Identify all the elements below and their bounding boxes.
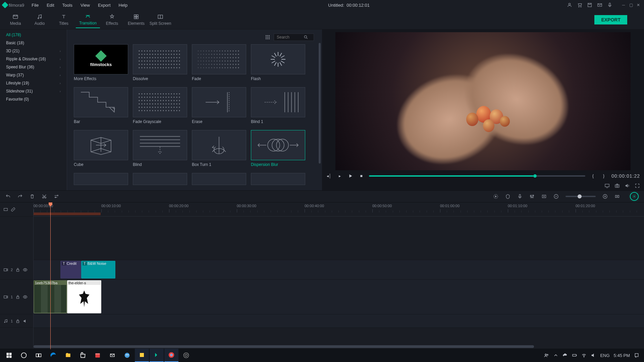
- zoom-in-icon[interactable]: [602, 194, 608, 199]
- transition-cell[interactable]: Fade: [192, 44, 246, 81]
- sidebar-item-all[interactable]: All (178): [0, 31, 67, 39]
- menu-export[interactable]: Export: [95, 1, 114, 9]
- task-view-icon[interactable]: [32, 349, 46, 362]
- delete-icon[interactable]: [30, 194, 35, 199]
- mark-in-button[interactable]: {: [590, 173, 596, 179]
- transition-cell[interactable]: Bar: [74, 87, 128, 124]
- transition-thumbnail[interactable]: [192, 87, 246, 117]
- transition-thumbnail[interactable]: [133, 87, 187, 117]
- menu-help[interactable]: Help: [115, 1, 131, 9]
- onedrive-icon[interactable]: [562, 353, 568, 358]
- people-icon[interactable]: [544, 353, 549, 358]
- play-button[interactable]: [347, 173, 354, 179]
- account-icon[interactable]: [567, 2, 572, 8]
- transition-cell[interactable]: Fade Grayscale: [133, 87, 187, 124]
- transition-thumbnail[interactable]: [251, 130, 305, 160]
- battery-icon[interactable]: [572, 353, 577, 358]
- transition-cell[interactable]: [133, 173, 187, 185]
- chrome-icon[interactable]: [164, 349, 178, 362]
- marker-icon[interactable]: [505, 194, 511, 199]
- start-button[interactable]: [2, 349, 16, 362]
- track-body[interactable]: 00:00:00:0000:00:10:0000:00:20:0000:00:3…: [34, 202, 644, 349]
- timeline-h-scrollbar[interactable]: [34, 345, 534, 348]
- tab-titles[interactable]: Titles: [52, 12, 76, 28]
- sidebar-item-lifestyle[interactable]: Lifestyle (19)›: [0, 79, 67, 87]
- sidebar-item-ripple[interactable]: Ripple & Dissolve (16)›: [0, 55, 67, 63]
- sidebar-item-3d[interactable]: 3D (21)›: [0, 47, 67, 55]
- maximize-button[interactable]: ▢: [628, 2, 634, 8]
- render-icon[interactable]: [493, 194, 498, 199]
- progress-knob[interactable]: [533, 174, 537, 178]
- clock[interactable]: 5:45 PM: [614, 353, 630, 358]
- tab-effects[interactable]: Effects: [100, 12, 124, 28]
- notifications-icon[interactable]: [634, 353, 639, 358]
- lock-icon[interactable]: [15, 267, 20, 272]
- mail-app-icon[interactable]: [105, 349, 119, 362]
- sidebar-item-warp[interactable]: Warp (37)›: [0, 71, 67, 79]
- fullscreen-icon[interactable]: [635, 183, 640, 188]
- search-icon[interactable]: [304, 35, 308, 40]
- menu-edit[interactable]: Edit: [43, 1, 57, 9]
- speaker-icon[interactable]: [23, 319, 28, 323]
- mixer-icon[interactable]: [529, 194, 535, 199]
- preview-progress[interactable]: [369, 175, 585, 177]
- close-button[interactable]: ✕: [635, 2, 641, 8]
- transition-thumbnail[interactable]: [133, 173, 187, 185]
- save-icon[interactable]: [587, 2, 592, 8]
- export-button[interactable]: EXPORT: [594, 15, 627, 24]
- sidebar-item-favourite[interactable]: Favourite (0): [0, 95, 67, 103]
- zoom-knob[interactable]: [578, 194, 582, 198]
- transition-cell[interactable]: Box Turn 1: [192, 130, 246, 167]
- search-box[interactable]: [274, 34, 314, 41]
- menu-tools[interactable]: Tools: [59, 1, 76, 9]
- notes-icon[interactable]: [135, 349, 149, 362]
- snapshot-icon[interactable]: [614, 183, 620, 188]
- prev-frame-button[interactable]: ◂│: [326, 173, 332, 179]
- transition-cell[interactable]: [192, 173, 246, 185]
- zoom-slider[interactable]: [566, 196, 596, 197]
- transition-thumbnail[interactable]: [251, 173, 305, 185]
- settings-icon[interactable]: [54, 194, 59, 199]
- transition-thumbnail[interactable]: [192, 173, 246, 185]
- language-indicator[interactable]: ENG: [600, 353, 609, 358]
- menu-file[interactable]: File: [28, 1, 42, 9]
- calendar-icon[interactable]: [91, 349, 105, 362]
- explorer-icon[interactable]: [61, 349, 75, 362]
- tab-media[interactable]: Media: [3, 12, 28, 28]
- sidebar-item-speed-blur[interactable]: Speed Blur (36)›: [0, 63, 67, 71]
- sound-icon[interactable]: [591, 353, 596, 358]
- track-header-t1[interactable]: 1: [0, 280, 33, 314]
- clip-bw-noise[interactable]: TB&W Noise: [81, 261, 115, 279]
- playhead[interactable]: [50, 202, 51, 349]
- fit-icon[interactable]: [614, 194, 620, 199]
- cast-icon[interactable]: [604, 183, 610, 188]
- transition-cell[interactable]: Dispersion Blur: [251, 130, 305, 167]
- transition-cell[interactable]: [251, 173, 305, 185]
- wifi-icon[interactable]: [581, 353, 587, 358]
- search-input[interactable]: [277, 35, 304, 40]
- tab-elements[interactable]: Elements: [124, 12, 148, 28]
- clip-video-2[interactable]: the-elder-s: [67, 280, 101, 313]
- tab-transition[interactable]: Transition: [76, 11, 100, 28]
- voiceover-icon[interactable]: [517, 194, 523, 199]
- transition-thumbnail[interactable]: [74, 87, 128, 117]
- transition-thumbnail[interactable]: [251, 87, 305, 117]
- transition-thumbnail[interactable]: [192, 44, 246, 74]
- redo-icon[interactable]: [17, 194, 23, 199]
- tray-chevron-icon[interactable]: [553, 353, 558, 358]
- track-header-t2[interactable]: 2: [0, 260, 33, 280]
- select-icon[interactable]: [3, 207, 8, 212]
- stop-button[interactable]: ■: [358, 173, 364, 179]
- volume-icon[interactable]: [625, 183, 630, 188]
- app-icon-1[interactable]: [120, 349, 134, 362]
- lock-icon[interactable]: [15, 319, 20, 323]
- transition-thumbnail[interactable]: [133, 130, 187, 160]
- tab-audio[interactable]: Audio: [28, 12, 52, 28]
- transition-cell[interactable]: Flash: [251, 44, 305, 81]
- cut-icon[interactable]: [42, 194, 47, 199]
- transition-cell[interactable]: Blind: [133, 130, 187, 167]
- mic-icon[interactable]: [607, 2, 612, 8]
- zoom-out-icon[interactable]: [553, 194, 559, 199]
- sidebar-item-basic[interactable]: Basic (18): [0, 39, 67, 47]
- grid-scrollbar[interactable]: [319, 43, 321, 164]
